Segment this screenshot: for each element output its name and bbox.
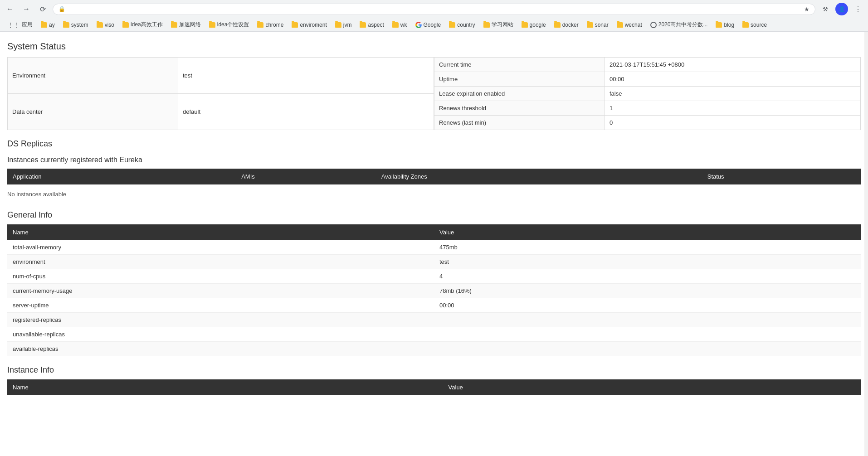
bookmark-chrome[interactable]: chrome — [254, 20, 287, 29]
bookmark-study[interactable]: 学习网站 — [480, 19, 517, 30]
lease-label: Lease expiration enabled — [434, 87, 605, 101]
bookmark-blog-label: blog — [724, 22, 734, 28]
address-bar[interactable]: 🔒 localhost:7001 ★ — [53, 4, 815, 15]
bookmark-ay[interactable]: ay — [37, 20, 59, 29]
folder-icon — [97, 22, 103, 28]
table-row: total-avail-memory475mb — [7, 240, 861, 255]
row-value: 78mb (16%) — [434, 284, 861, 298]
folder-icon — [63, 22, 69, 28]
bookmark-google[interactable]: Google — [412, 20, 445, 29]
bookmark-wechat[interactable]: wechat — [613, 20, 646, 29]
profile-button[interactable]: 👤 — [835, 3, 848, 15]
bookmark-apps[interactable]: ⋮⋮ 应用 — [4, 19, 36, 30]
bookmark-aspect[interactable]: aspect — [356, 20, 387, 29]
bookmark-source[interactable]: source — [739, 20, 770, 29]
bookmark-jvm-label: jvm — [343, 22, 352, 28]
row-name: unavailable-replicas — [7, 327, 434, 342]
row-value: 475mb — [434, 240, 861, 255]
system-status-grid: Environment test Data center default Cur… — [7, 57, 861, 130]
google-icon — [415, 22, 422, 28]
general-info-section: General Info Name Value total-avail-memo… — [7, 210, 861, 356]
bookmark-apps-label: 应用 — [22, 21, 33, 29]
table-row: Uptime 00:00 — [434, 72, 861, 87]
table-row: environmenttest — [7, 255, 861, 269]
bookmark-chrome-label: chrome — [265, 22, 283, 28]
back-button[interactable]: ← — [4, 3, 16, 15]
col-name: Name — [7, 379, 443, 395]
bookmark-country[interactable]: country — [445, 20, 478, 29]
row-name: available-replicas — [7, 342, 434, 356]
bookmark-system[interactable]: system — [59, 20, 92, 29]
instance-info-header-row: Name Value — [7, 379, 861, 395]
row-value — [434, 327, 861, 342]
no-instances-label: No instances available — [7, 187, 861, 201]
url-input[interactable]: localhost:7001 — [69, 6, 800, 13]
scrollbar[interactable] — [864, 32, 868, 456]
table-row: available-replicas — [7, 342, 861, 356]
instance-info-section: Instance Info Name Value — [7, 365, 861, 395]
bookmark-network[interactable]: 加速网络 — [167, 19, 205, 30]
folder-icon — [335, 22, 341, 28]
col-value: Value — [434, 224, 861, 240]
renews-last-value: 0 — [605, 116, 861, 130]
datacenter-label: Data center — [8, 94, 178, 130]
folder-icon — [587, 22, 593, 28]
system-status-title: System Status — [7, 41, 861, 52]
col-value: Value — [443, 379, 861, 395]
folder-icon — [449, 22, 455, 28]
star-icon[interactable]: ★ — [804, 6, 809, 13]
bookmark-blog[interactable]: blog — [712, 20, 738, 29]
row-value — [434, 313, 861, 327]
col-availability: Availability Zones — [376, 169, 702, 184]
bookmark-wechat-label: wechat — [625, 22, 642, 28]
bookmark-sonar[interactable]: sonar — [583, 20, 612, 29]
bookmark-docker[interactable]: docker — [551, 20, 582, 29]
bookmark-exam-label: 2020高共中考分数... — [658, 21, 708, 29]
apps-icon: ⋮⋮ — [7, 21, 20, 29]
datacenter-value: default — [178, 94, 434, 130]
bookmark-study-label: 学习网站 — [492, 21, 513, 29]
menu-button[interactable]: ⋮ — [852, 3, 864, 15]
table-row: Renews (last min) 0 — [434, 116, 861, 130]
table-row: unavailable-replicas — [7, 327, 861, 342]
row-value — [434, 342, 861, 356]
reload-button[interactable]: ⟳ — [36, 3, 49, 15]
system-status-left-table: Environment test Data center default — [7, 57, 434, 130]
instances-header-row: Application AMIs Availability Zones Stat… — [7, 169, 861, 184]
bookmark-sonar-label: sonar — [595, 22, 609, 28]
bookmark-wk[interactable]: wk — [389, 20, 411, 29]
bookmark-source-label: source — [751, 22, 767, 28]
renews-last-label: Renews (last min) — [434, 116, 605, 130]
bookmark-aspect-label: aspect — [368, 22, 384, 28]
bookmark-docker-label: docker — [562, 22, 579, 28]
system-status-right-table: Current time 2021-03-17T15:51:45 +0800 U… — [434, 57, 861, 130]
bookmark-enviroment[interactable]: enviroment — [288, 20, 330, 29]
row-name: registered-replicas — [7, 313, 434, 327]
row-name: total-avail-memory — [7, 240, 434, 255]
instance-info-table: Name Value — [7, 379, 861, 395]
forward-button[interactable]: → — [20, 3, 33, 15]
bookmark-idea-work[interactable]: idea高效工作 — [119, 19, 166, 30]
bookmark-idea-settings-label: idea个性设置 — [217, 21, 249, 29]
general-info-title: General Info — [7, 210, 861, 220]
world-icon — [650, 22, 657, 28]
folder-icon — [209, 22, 215, 28]
row-name: server-uptime — [7, 298, 434, 313]
folder-icon — [742, 22, 749, 28]
bookmark-viso[interactable]: viso — [93, 20, 118, 29]
bookmark-google2[interactable]: google — [518, 20, 550, 29]
folder-icon — [41, 22, 47, 28]
folder-icon — [392, 22, 399, 28]
bookmarks-bar: ⋮⋮ 应用 ay system viso idea高效工作 加速网络 idea个… — [0, 18, 868, 32]
renews-threshold-value: 1 — [605, 101, 861, 116]
bookmark-idea-settings[interactable]: idea个性设置 — [205, 19, 253, 30]
bookmark-jvm[interactable]: jvm — [332, 20, 356, 29]
bookmark-idea-work-label: idea高效工作 — [131, 21, 163, 29]
bookmark-exam[interactable]: 2020高共中考分数... — [647, 19, 712, 30]
extensions-button[interactable]: ⚒ — [819, 3, 832, 15]
folder-icon — [554, 22, 561, 28]
table-row: current-memory-usage78mb (16%) — [7, 284, 861, 298]
folder-icon — [257, 22, 263, 28]
instance-info-title: Instance Info — [7, 365, 861, 375]
current-time-label: Current time — [434, 58, 605, 72]
